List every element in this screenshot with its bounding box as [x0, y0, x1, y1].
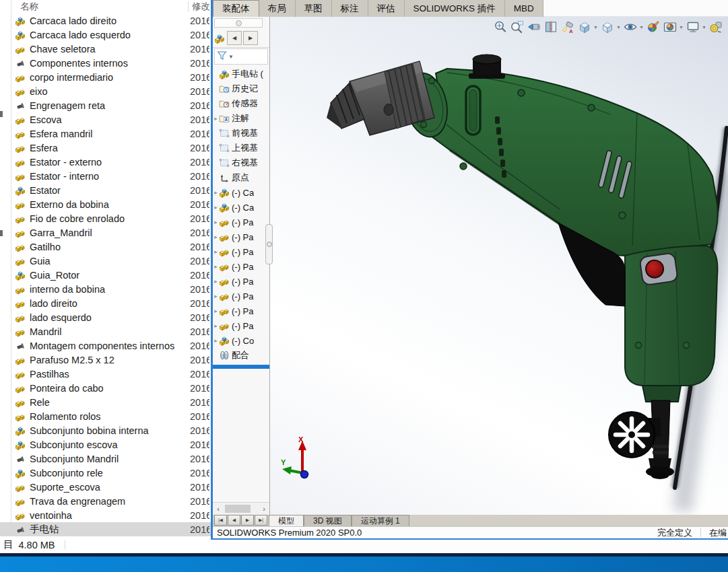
- panel-next-button[interactable]: ▶: [243, 31, 258, 45]
- feature-tree-item[interactable]: ▸ (-) Pa: [213, 274, 269, 289]
- feature-tree-item[interactable]: 传感器: [213, 96, 269, 111]
- ribbon-tab[interactable]: MBD: [505, 0, 543, 17]
- document-tab[interactable]: 运动算例 1: [352, 515, 409, 526]
- feature-tree-item[interactable]: ▸ (-) Co: [213, 333, 269, 348]
- list-item[interactable]: Esfera mandril 2016/: [0, 127, 211, 141]
- list-item[interactable]: Esfera 2016/: [0, 141, 211, 155]
- expand-arrow-icon[interactable]: ▸: [213, 308, 219, 314]
- list-item[interactable]: Guia_Rotor 2016/: [0, 268, 211, 282]
- scroll-left-icon[interactable]: ‹: [213, 505, 224, 513]
- list-item[interactable]: Subconjunto bobina interna 2016/: [0, 423, 211, 437]
- feature-tree-item[interactable]: 右视基: [213, 155, 269, 170]
- feature-tree-item[interactable]: ▸ A 注解: [213, 111, 269, 126]
- first-tab-button[interactable]: |◀: [214, 515, 227, 526]
- expand-arrow-icon[interactable]: ▸: [213, 115, 219, 122]
- list-item[interactable]: Mandril 2016/: [0, 324, 211, 338]
- list-item[interactable]: Parafuso M2.5 x 12 2016/: [0, 353, 211, 367]
- feature-tree-item[interactable]: 原点: [213, 170, 269, 185]
- ribbon-tab[interactable]: 草图: [296, 0, 332, 17]
- list-item[interactable]: Estator 2016/: [0, 183, 211, 197]
- list-item[interactable]: 手电钻 2016/: [0, 522, 211, 536]
- feature-tree-item[interactable]: ▸ (-) Pa: [213, 244, 269, 259]
- feature-tree-item[interactable]: 历史记: [213, 81, 269, 96]
- list-item[interactable]: Ponteira do cabo 2016/: [0, 381, 211, 395]
- feature-tree-item[interactable]: ▸ (-) Pa: [213, 215, 269, 229]
- ribbon-tab[interactable]: 标注: [332, 0, 368, 17]
- list-item[interactable]: Chave seletora 2016/: [0, 42, 211, 56]
- expand-arrow-icon[interactable]: ▸: [213, 278, 219, 285]
- list-item[interactable]: Carcaca lado esquerdo 2016/: [0, 28, 211, 42]
- ribbon-tab[interactable]: 布局: [259, 0, 296, 17]
- list-item[interactable]: Gatilho 2016/: [0, 240, 211, 254]
- list-item[interactable]: Rele 2016/: [0, 395, 211, 409]
- expand-arrow-icon[interactable]: ▸: [213, 263, 219, 270]
- list-item[interactable]: Suporte_escova 2016/: [0, 480, 211, 494]
- list-item[interactable]: Engrenagem reta 2016/: [0, 98, 211, 112]
- list-item[interactable]: Subconjunto escova 2016/: [0, 437, 211, 452]
- ribbon-tab[interactable]: 装配体: [213, 0, 259, 17]
- feature-tree-item[interactable]: ▸ (-) Pa: [213, 259, 269, 274]
- feature-tree-item[interactable]: ▸ (-) Pa: [213, 289, 269, 303]
- list-item[interactable]: lado direito 2016/: [0, 296, 211, 310]
- feature-tree-root[interactable]: 手电钻 (: [213, 67, 269, 81]
- next-tab-button[interactable]: ▶: [241, 515, 254, 526]
- feature-tree-item[interactable]: ▸ (-) Pa: [213, 318, 269, 333]
- expand-arrow-icon[interactable]: ▸: [213, 322, 219, 329]
- feature-tree-item[interactable]: ▸ (-) Ca: [213, 185, 269, 200]
- panel-collapse-handle[interactable]: [214, 18, 263, 28]
- list-item[interactable]: ventoinha 2016/: [0, 508, 211, 522]
- column-header-name[interactable]: 名称: [20, 1, 188, 13]
- list-item[interactable]: Externo da bobina 2016/: [0, 197, 211, 211]
- column-header-modified[interactable]: 修改日: [192, 1, 211, 13]
- ribbon-tab[interactable]: SOLIDWORKS 插件: [405, 0, 505, 17]
- lock-button[interactable]: [639, 252, 677, 285]
- column-separator[interactable]: [188, 1, 189, 12]
- featuremanager-tab-icon[interactable]: [214, 33, 226, 44]
- list-item[interactable]: Guia 2016/: [0, 254, 211, 268]
- list-item[interactable]: interno da bobina 2016/: [0, 282, 211, 296]
- list-item[interactable]: Rolamento rolos 2016/: [0, 409, 211, 423]
- windows-taskbar[interactable]: [0, 553, 728, 572]
- tree-filter[interactable]: ▼: [214, 48, 268, 65]
- list-item[interactable]: Estator - interno 2016/: [0, 169, 211, 183]
- prev-tab-button[interactable]: ◀: [228, 515, 240, 526]
- expand-arrow-icon[interactable]: ▸: [213, 293, 219, 299]
- list-item[interactable]: Carcaca lado direito 2016/: [0, 13, 211, 28]
- panel-splitter-grip[interactable]: [265, 224, 273, 264]
- list-item[interactable]: Subconjunto rele 2016/: [0, 466, 211, 480]
- expand-arrow-icon[interactable]: ▸: [213, 234, 219, 240]
- list-item[interactable]: Estator - externo 2016/: [0, 155, 211, 169]
- expand-arrow-icon[interactable]: ▸: [213, 189, 219, 196]
- filter-dropdown-caret[interactable]: ▼: [228, 54, 234, 60]
- list-item[interactable]: corpo intermediario 2016/: [0, 70, 211, 84]
- list-item[interactable]: Fio de cobre enrolado 2016/: [0, 211, 211, 225]
- scroll-right-icon[interactable]: ›: [259, 505, 269, 513]
- feature-tree-item[interactable]: ▸ (-) Pa: [213, 303, 269, 318]
- list-item[interactable]: eixo 2016/: [0, 84, 211, 98]
- expand-arrow-icon[interactable]: ▸: [213, 204, 219, 211]
- document-tab[interactable]: 模型: [269, 515, 304, 526]
- expand-arrow-icon[interactable]: ▸: [213, 337, 219, 344]
- list-item[interactable]: lado esquerdo 2016/: [0, 310, 211, 324]
- drill-model[interactable]: [270, 17, 728, 515]
- list-item[interactable]: Garra_Mandril 2016/: [0, 225, 211, 240]
- list-item[interactable]: Pastilhas 2016/: [0, 367, 211, 381]
- feature-tree-item[interactable]: ▸ (-) Pa: [213, 229, 269, 244]
- document-tab[interactable]: 3D 视图: [304, 515, 352, 526]
- graphics-viewport[interactable]: A▾▾▾▾▾: [270, 17, 728, 515]
- list-item[interactable]: Escova 2016/: [0, 112, 211, 127]
- feature-tree-item[interactable]: ▸ (-) Ca: [213, 200, 269, 215]
- list-item[interactable]: Trava da engrenagem 2016/: [0, 494, 211, 508]
- expand-arrow-icon[interactable]: ▸: [213, 248, 219, 255]
- expand-arrow-icon[interactable]: ▸: [213, 219, 219, 225]
- feature-tree-item[interactable]: 上视基: [213, 141, 269, 155]
- list-item[interactable]: Componentes internos 2016/: [0, 56, 211, 70]
- panel-prev-button[interactable]: ◀: [227, 31, 242, 45]
- feature-tree-item[interactable]: 配合: [213, 348, 269, 363]
- scroll-thumb[interactable]: [225, 505, 251, 513]
- last-tab-button[interactable]: ▶|: [255, 515, 267, 526]
- ribbon-tab[interactable]: 评估: [368, 0, 405, 17]
- feature-tree-item[interactable]: 前视基: [213, 126, 269, 141]
- list-item[interactable]: Montagem componentes internos 2016/: [0, 338, 211, 353]
- list-item[interactable]: Subconjunto Mandril 2016/: [0, 452, 211, 466]
